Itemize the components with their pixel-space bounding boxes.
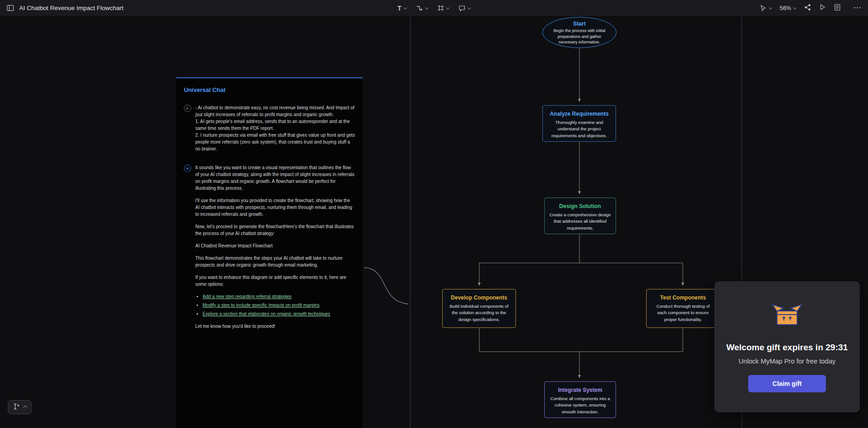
gift-box-icon [770,300,804,331]
gift-title: Welcome gift expires in 29:31 [726,342,848,353]
present-play-button[interactable] [819,4,826,12]
cursor-mode-button[interactable] [760,5,772,12]
suggestion-list: Add a new step regarding referral strate… [203,293,355,317]
sidebar-toggle-icon[interactable] [6,4,14,12]
document-title: AI Chatbot Revenue Impact Flowchart [19,5,123,11]
text-tool-button[interactable]: T [397,5,407,11]
node-desc: Create a comprehensive design that addre… [545,209,616,231]
comment-tool-button[interactable] [458,5,471,12]
user-message-line: 2. I nurture prospects via email with fr… [195,132,355,152]
ai-paragraph: AI Chatbot Revenue Impact Flowchart [195,242,355,249]
welcome-gift-card: Welcome gift expires in 29:31 Unlock MyM… [714,281,860,412]
node-desc: Thoroughly examine and understand the pr… [543,117,616,139]
connector-tool-button[interactable] [416,5,428,12]
frame-tool-button[interactable] [437,5,449,11]
comment-icon [458,5,466,12]
flow-node-start[interactable]: Start Begin the process with initial pre… [542,17,616,48]
outline-doc-button[interactable] [834,4,841,13]
topbar: AI Chatbot Revenue Impact Flowchart T [0,0,868,16]
chevron-up-icon [23,405,27,409]
ai-paragraph: This flowchart demonstrates the steps yo… [195,255,355,268]
chat-panel: Universal Chat F - Ai chatbot to demonst… [176,77,363,428]
frame-icon [437,5,444,11]
node-title: Design Solution [545,203,616,209]
claim-gift-button[interactable]: Claim gift [748,375,826,392]
node-desc: Begin the process with initial preparati… [543,27,616,45]
chevron-down-icon [793,5,797,9]
suggestion-link[interactable]: Modify a step to include specific impact… [203,303,320,308]
ai-closing-line: Let me know how you'd like to proceed! [195,323,355,330]
chevron-down-icon [403,5,407,9]
user-avatar: F [184,105,191,112]
app-window: AI Chatbot Revenue Impact Flowchart T [0,0,868,428]
ai-paragraph: I'll use the information you provided to… [195,197,355,218]
node-title: Integrate System [545,387,616,393]
text-tool-icon: T [397,5,402,11]
insert-text-node-button[interactable] [8,400,32,414]
more-menu-button[interactable]: ⋯ [853,5,862,10]
list-item: Explore a section that elaborates on org… [203,310,355,317]
node-title: Start [543,21,616,27]
chevron-down-icon [425,5,429,9]
node-title: Test Components [647,294,719,301]
chevron-down-icon [467,5,471,9]
flow-node-develop-components[interactable]: Develop Components Build individual comp… [442,289,516,328]
list-item: Modify a step to include specific impact… [203,302,355,309]
user-message-line: - Ai chatbot to demonstrate easy, no cos… [195,104,355,118]
suggestion-link[interactable]: Explore a section that elaborates on org… [203,311,330,316]
user-message: F - Ai chatbot to demonstrate easy, no c… [184,104,355,152]
flow-node-integrate-system[interactable]: Integrate System Combine all components … [544,381,616,418]
list-item: Add a new step regarding referral strate… [203,293,355,300]
ai-paragraph: It sounds like you want to create a visu… [195,164,355,192]
chevron-down-icon [446,5,450,9]
flow-node-test-components[interactable]: Test Components Conduct thorough testing… [646,289,720,328]
ai-message: AI It sounds like you want to create a v… [184,164,355,335]
suggestion-link[interactable]: Add a new step regarding referral strate… [203,294,292,299]
chevron-down-icon [769,5,772,9]
chat-panel-title: Universal Chat [184,86,355,93]
ai-avatar: AI [184,165,191,172]
node-desc: Build individual components of the solut… [443,301,515,323]
text-cursor-plus-icon [13,403,20,412]
node-desc: Conduct thorough testing of each compone… [647,301,719,323]
zoom-control[interactable]: 56% [780,5,796,11]
gift-subtitle: Unlock MyMap Pro for free today [739,358,836,365]
node-title: Develop Components [443,294,515,301]
flow-node-analyze-requirements[interactable]: Analyze Requirements Thoroughly examine … [542,105,616,142]
node-desc: Combine all components into a cohesive s… [545,393,616,415]
node-title: Analyze Requirements [543,111,616,117]
ai-paragraph: If you want to enhance this diagram or a… [195,274,355,288]
ai-paragraph: Now, let's proceed to generate the flowc… [195,223,355,237]
share-button[interactable] [804,4,811,13]
zoom-level: 56% [780,5,791,11]
cursor-icon [760,5,767,12]
flow-node-design-solution[interactable]: Design Solution Create a comprehensive d… [544,198,616,234]
connector-icon [416,5,423,12]
user-message-line: 1. AI gets people's email address, sends… [195,118,355,132]
